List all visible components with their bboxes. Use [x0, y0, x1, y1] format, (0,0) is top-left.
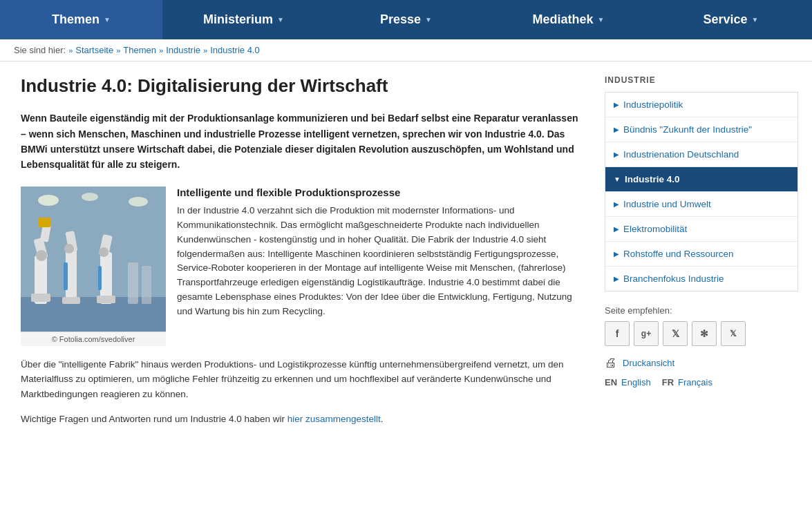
svg-point-14	[64, 244, 74, 254]
nav-item-themen[interactable]: Themen▼	[0, 0, 162, 39]
svg-rect-22	[142, 266, 151, 304]
sidebar-menu-item-3[interactable]: ▼Industrie 4.0	[605, 167, 797, 192]
nav-item-ministerium[interactable]: Ministerium▼	[162, 0, 325, 39]
menu-item-label: Industrie 4.0	[625, 174, 680, 184]
svg-rect-17	[97, 296, 115, 303]
article-image	[21, 186, 166, 332]
nav-item-service[interactable]: Service▼	[650, 0, 812, 39]
nav-label: Mediathek	[533, 12, 594, 27]
twitter-button[interactable]: 𝕏	[663, 321, 688, 346]
breadcrumb-separator: »	[159, 46, 163, 55]
content-area: Industrie 4.0: Digitalisierung der Wirts…	[21, 75, 584, 436]
menu-arrow: ▶	[614, 275, 619, 283]
menu-item-label: Branchenfokus Industrie	[623, 274, 724, 284]
sidebar-menu-item-2[interactable]: ▶Industrienation Deutschland	[605, 142, 797, 167]
nav-label: Service	[704, 12, 748, 27]
sidebar-menu-item-0[interactable]: ▶Industriepolitik	[605, 93, 797, 117]
here-link[interactable]: hier zusammengestellt	[287, 414, 381, 424]
nav-label: Presse	[380, 12, 421, 27]
svg-point-9	[36, 250, 47, 261]
body-text-1: Über die "intelligente Fabrik" hinaus we…	[21, 357, 584, 402]
share-buttons: f g+ 𝕏 ✻ 𝕏	[605, 321, 798, 346]
svg-point-1	[38, 195, 59, 206]
english-label: English	[621, 377, 651, 388]
nav-arrow: ▼	[598, 16, 605, 23]
english-link[interactable]: EN English	[605, 377, 651, 388]
svg-rect-10	[38, 218, 50, 227]
breadcrumb-separator: »	[203, 46, 207, 55]
english-code: EN	[605, 377, 617, 388]
facebook-button[interactable]: f	[605, 321, 630, 346]
svg-point-3	[129, 197, 148, 207]
svg-rect-12	[62, 297, 80, 304]
section-heading: Intelligente und flexible Produktionspro…	[177, 186, 584, 198]
nav-arrow: ▼	[752, 16, 759, 23]
image-block: © Fotolia.com/svedoliver	[21, 186, 166, 346]
nav-item-mediathek[interactable]: Mediathek▼	[487, 0, 650, 39]
menu-item-label: Bündnis "Zukunft der Industrie"	[623, 124, 752, 135]
menu-arrow: ▶	[614, 126, 619, 133]
svg-point-19	[99, 247, 108, 257]
section-text-block: Intelligente und flexible Produktionspro…	[177, 186, 584, 346]
menu-item-label: Elektromobilität	[623, 224, 687, 234]
breadcrumb-separator: »	[116, 46, 120, 55]
image-caption: © Fotolia.com/svedoliver	[21, 332, 166, 346]
menu-item-label: Rohstoffe und Ressourcen	[623, 249, 734, 259]
french-label: Français	[678, 377, 712, 388]
sidebar-menu-item-5[interactable]: ▶Elektromobilität	[605, 217, 797, 242]
menu-arrow: ▼	[614, 175, 621, 183]
sidebar-menu: ▶Industriepolitik▶Bündnis "Zukunft der I…	[605, 92, 798, 291]
breadcrumb-prefix: Sie sind hier:	[14, 45, 66, 55]
section-paragraph: In der Industrie 4.0 verzahnt sich die P…	[177, 204, 584, 319]
svg-rect-6	[31, 294, 50, 302]
xing-button[interactable]: 𝕏	[721, 321, 746, 346]
breadcrumb-item-0[interactable]: Startseite	[75, 45, 113, 55]
menu-item-label: Industrienation Deutschland	[623, 149, 739, 160]
share-section: Seite empfehlen: f g+ 𝕏 ✻ 𝕏 🖨 Druckansic…	[605, 305, 798, 388]
french-code: FR	[662, 377, 674, 388]
footer-text: Wichtige Fragen und Antworten rund um In…	[21, 412, 584, 427]
sidebar-menu-item-4[interactable]: ▶Industrie und Umwelt	[605, 192, 797, 217]
nav-label: Ministerium	[203, 12, 273, 27]
nav-arrow: ▼	[425, 16, 432, 23]
sidebar-title: INDUSTRIE	[605, 75, 798, 88]
breadcrumb: Sie sind hier: »Startseite»Themen»Indust…	[0, 39, 812, 61]
nav-label: Themen	[52, 12, 100, 27]
menu-arrow: ▶	[614, 151, 619, 158]
sidebar-menu-item-1[interactable]: ▶Bündnis "Zukunft der Industrie"	[605, 117, 797, 142]
breadcrumb-separator: »	[68, 46, 73, 55]
menu-arrow: ▶	[614, 225, 619, 233]
nav-item-presse[interactable]: Presse▼	[325, 0, 487, 39]
top-navigation: Themen▼Ministerium▼Presse▼Mediathek▼Serv…	[0, 0, 812, 39]
more-button[interactable]: ✻	[692, 321, 717, 346]
svg-rect-20	[98, 266, 102, 290]
print-label: Druckansicht	[623, 358, 674, 368]
print-icon: 🖨	[605, 356, 617, 370]
svg-rect-15	[64, 262, 68, 290]
menu-arrow: ▶	[614, 200, 619, 208]
menu-item-label: Industriepolitik	[623, 99, 683, 110]
menu-arrow: ▶	[614, 250, 619, 258]
sidebar: INDUSTRIE ▶Industriepolitik▶Bündnis "Zuk…	[605, 75, 798, 436]
breadcrumb-item-2[interactable]: Industrie	[166, 45, 200, 55]
nav-arrow: ▼	[277, 16, 284, 23]
page-title: Industrie 4.0: Digitalisierung der Wirts…	[21, 75, 584, 97]
intro-paragraph: Wenn Bauteile eigenständig mit der Produ…	[21, 111, 584, 173]
menu-item-label: Industrie und Umwelt	[623, 199, 711, 209]
share-label: Seite empfehlen:	[605, 305, 798, 316]
sidebar-menu-item-7[interactable]: ▶Branchenfokus Industrie	[605, 267, 797, 291]
print-row[interactable]: 🖨 Druckansicht	[605, 356, 798, 370]
main-container: Industrie 4.0: Digitalisierung der Wirts…	[0, 61, 812, 450]
googleplus-button[interactable]: g+	[634, 321, 659, 346]
language-row: EN English FR Français	[605, 377, 798, 388]
svg-rect-21	[128, 262, 138, 304]
nav-arrow: ▼	[104, 16, 111, 23]
svg-point-2	[82, 193, 98, 201]
menu-arrow: ▶	[614, 101, 619, 108]
sidebar-menu-item-6[interactable]: ▶Rohstoffe und Ressourcen	[605, 242, 797, 267]
image-text-block: © Fotolia.com/svedoliver Intelligente un…	[21, 186, 584, 346]
french-link[interactable]: FR Français	[662, 377, 712, 388]
breadcrumb-item-3[interactable]: Industrie 4.0	[210, 45, 260, 55]
breadcrumb-item-1[interactable]: Themen	[123, 45, 156, 55]
